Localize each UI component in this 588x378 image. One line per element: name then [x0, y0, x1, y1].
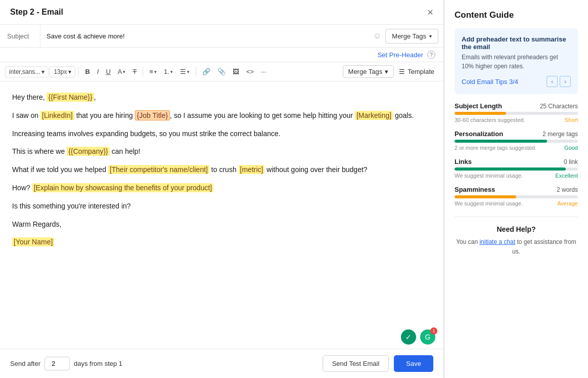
company-tag: {{Company}}: [67, 147, 110, 156]
content-guide-title: Content Guide: [455, 10, 578, 20]
progress-bar-bg: [455, 140, 578, 143]
attachment-button[interactable]: 📎: [214, 66, 229, 77]
send-after-input[interactable]: [44, 357, 70, 370]
metric-header: Links 0 link: [455, 158, 578, 165]
tip-card: Add preheader text to summarise the emai…: [455, 28, 578, 94]
spell-check-icon[interactable]: ✓: [401, 329, 416, 345]
editor-line-5: What if we told you we helped [Their com…: [12, 164, 431, 176]
bold-button[interactable]: B: [82, 66, 93, 77]
progress-bar-bg: [455, 167, 578, 171]
subject-merge-tags-button[interactable]: Merge Tags ▾: [385, 29, 438, 44]
image-button[interactable]: 🖼: [230, 66, 242, 77]
chevron-down-icon: ▾: [154, 69, 157, 74]
editor-line-3: Increasing teams involves expanding budg…: [12, 128, 431, 140]
metric-value: 25 Characters: [540, 103, 578, 110]
tip-arrows: ‹ ›: [547, 76, 571, 87]
italic-button[interactable]: I: [94, 66, 102, 77]
email-editor-body[interactable]: Hey there, {{First Name}}, I saw on [Lin…: [0, 81, 443, 325]
emoji-button[interactable]: ☺: [373, 31, 381, 40]
template-button[interactable]: ☰ Template: [395, 66, 438, 77]
send-test-email-button[interactable]: Send Test Email: [323, 355, 389, 372]
editor-line-7: Is this something you're interested in?: [12, 200, 431, 213]
competitor-tag: [Their competitor's name/client]: [108, 165, 209, 174]
tip-card-body: Emails with relevant preheaders get 10% …: [462, 53, 571, 71]
days-label: days from step 1: [74, 360, 122, 367]
toolbar-separator: [196, 67, 196, 77]
metric-name: Spamminess: [455, 186, 495, 193]
close-button[interactable]: ×: [427, 7, 433, 17]
tip-navigation: Cold Email Tips 3/4 ‹ ›: [462, 76, 571, 87]
editor-toolbar: inter,sans... ▾ 13px ▾ B I U A ▾ T ≡ ▾ 1…: [0, 62, 443, 81]
toolbar-merge-tags-button[interactable]: Merge Tags ▾: [343, 65, 394, 78]
progress-bar-fill: [455, 112, 506, 115]
tip-label: Cold Email Tips 3/4: [462, 78, 518, 86]
bottom-bar: Send after days from step 1 Send Test Em…: [0, 349, 443, 378]
more-button[interactable]: ···: [258, 66, 269, 77]
progress-bar-bg: [455, 195, 578, 198]
first-name-tag: {{First Name}}: [47, 93, 94, 102]
preheader-button[interactable]: Set Pre-Header ?: [378, 51, 435, 59]
subject-row: Subject ☺ Merge Tags ▾: [0, 25, 443, 48]
explain-tag: [Explain how by showcasing the benefits …: [32, 183, 214, 192]
save-button[interactable]: Save: [394, 355, 433, 372]
editor-line-8: Warm Regards,: [12, 219, 431, 231]
font-size-selector[interactable]: 13px ▾: [50, 66, 75, 77]
metric-status: Short: [565, 117, 578, 123]
subject-label: Subject: [0, 25, 40, 47]
metric-value: 2 merge tags: [542, 131, 578, 138]
job-title-tag: {Job Title}: [135, 110, 170, 120]
need-help-title: Need Help?: [455, 225, 578, 233]
chevron-down-icon: ▾: [41, 68, 44, 75]
metric-status: Average: [557, 200, 578, 206]
progress-bar-fill: [455, 140, 547, 143]
tip-prev-button[interactable]: ‹: [547, 76, 558, 87]
underline-button[interactable]: U: [103, 66, 113, 77]
subject-input[interactable]: [40, 25, 368, 47]
align-button[interactable]: ≡ ▾: [146, 66, 160, 77]
metric-name: Links: [455, 158, 472, 165]
metric-status: Good: [564, 145, 578, 151]
editor-line-9: [Your Name]: [12, 236, 431, 248]
ordered-list-button[interactable]: 1. ▾: [161, 66, 176, 77]
toolbar-separator: [78, 67, 79, 77]
text-color-button[interactable]: A ▾: [115, 66, 129, 77]
marketing-tag: [Marketing]: [355, 111, 393, 120]
metric-value: 2 words: [557, 186, 578, 193]
metric-status: Excellent: [555, 173, 578, 179]
bottom-actions: Send Test Email Save: [323, 355, 433, 372]
grammar-badge: 1: [430, 327, 437, 334]
font-family-selector[interactable]: inter,sans... ▾: [5, 66, 49, 77]
metric-row: Personalization 2 merge tags 2 or more m…: [455, 130, 578, 151]
progress-bar-fill: [455, 195, 516, 198]
email-editor-panel: Step 2 - Email × Subject ☺ Merge Tags ▾ …: [0, 0, 444, 378]
link-button[interactable]: 🔗: [199, 66, 213, 77]
unordered-list-button[interactable]: ☰ ▾: [177, 66, 193, 77]
code-button[interactable]: <>: [243, 66, 257, 77]
editor-footer: ✓ G 1: [0, 325, 443, 349]
grammar-check-icon[interactable]: G 1: [420, 329, 435, 345]
metric-name: Subject Length: [455, 102, 502, 110]
initiate-chat-link[interactable]: initiate a chat: [479, 238, 515, 245]
metrics-section: Subject Length 25 Characters 30-60 chara…: [455, 102, 578, 206]
chevron-down-icon: ▾: [170, 69, 173, 74]
tip-next-button[interactable]: ›: [560, 76, 571, 87]
chevron-down-icon: ▾: [68, 68, 71, 75]
help-icon: ?: [427, 51, 435, 59]
progress-bar-bg: [455, 112, 578, 115]
tip-card-title: Add preheader text to summarise the emai…: [462, 35, 571, 51]
chevron-down-icon: ▾: [429, 33, 432, 39]
dialog-title: Step 2 - Email: [10, 8, 63, 17]
content-guide-panel: Content Guide Add preheader text to summ…: [444, 0, 588, 378]
strikethrough-button[interactable]: T: [129, 66, 140, 77]
chevron-down-icon: ▾: [123, 69, 125, 74]
your-name-tag: [Your Name]: [12, 237, 54, 246]
editor-line-4: This is where we {{Company}} can help!: [12, 146, 431, 158]
preheader-row: Set Pre-Header ?: [0, 48, 443, 62]
metric-hint: 30-60 characters suggested. Short: [455, 117, 578, 123]
metric-row: Spamminess 2 words We suggest minimal us…: [455, 186, 578, 206]
editor-line-6: How? [Explain how by showcasing the bene…: [12, 182, 431, 194]
chevron-down-icon: ▾: [187, 69, 190, 74]
linkedin-tag: [LinkedIn]: [40, 111, 74, 120]
chevron-down-icon: ▾: [385, 68, 388, 75]
metric-row: Links 0 link We suggest minimal usage. E…: [455, 158, 578, 179]
